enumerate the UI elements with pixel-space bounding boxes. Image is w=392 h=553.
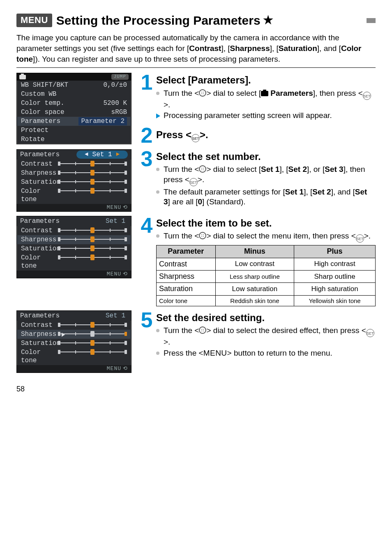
- set-icon: SET: [366, 329, 374, 337]
- step3-bullet-1: Turn the <> dial to select [Set 1], [Set…: [156, 164, 376, 186]
- bullet-icon: [156, 92, 159, 95]
- t: Press <: [156, 129, 191, 140]
- lcd-row: Custom WB: [17, 90, 131, 99]
- step4-title: Select the item to be set.: [156, 217, 376, 229]
- result-arrow-icon: [156, 113, 160, 118]
- set-icon: SET: [191, 134, 200, 142]
- star-icon: ★: [263, 14, 273, 26]
- return-icon: [121, 366, 128, 372]
- lcd-row: ParametersParameter 2: [17, 117, 131, 126]
- lcd-param-row: Contrast: [17, 321, 131, 330]
- lcd-param-row: Color tone: [17, 253, 131, 271]
- set-icon: SET: [356, 234, 364, 243]
- table-cell: Sharp outline: [294, 270, 376, 282]
- dial-icon: [199, 165, 206, 173]
- lcd-param-row: Saturation: [17, 339, 131, 348]
- dial-icon: [199, 326, 206, 334]
- step1-bullet-2: Processing parameter setting screen will…: [156, 111, 376, 121]
- page-title: Setting the Processing Parameters★: [56, 12, 360, 28]
- set-chip: ◄ Set 1 ►: [76, 150, 128, 159]
- table-row: Color toneReddish skin toneYellowish ski…: [157, 295, 376, 306]
- dial-icon: [199, 232, 206, 239]
- t: >.: [200, 129, 208, 140]
- lcd-param-row: Sharpness: [17, 235, 131, 244]
- lcd-row: Color temp.5200 K: [17, 99, 131, 108]
- bullet-icon: [156, 352, 159, 355]
- t: ], then press <: [313, 89, 363, 97]
- jump-badge: JUMP: [111, 74, 129, 80]
- set-label: Set 1: [103, 217, 128, 225]
- step4-bullet-1: Turn the <> dial to select the menu item…: [156, 231, 376, 243]
- set-icon: SET: [189, 178, 198, 186]
- chevron-right-icon: ►: [116, 151, 120, 158]
- lcd-param-row: Saturation: [17, 244, 131, 253]
- lcd-footer: MENU: [17, 271, 131, 278]
- set-chip-label: Set 1: [92, 150, 112, 159]
- t: Parameters: [270, 89, 313, 97]
- table-cell: Sharpness: [157, 270, 216, 282]
- table-cell: Reddish skin tone: [215, 295, 294, 306]
- lcd-param-row: Color tone: [17, 348, 131, 365]
- t: > dial to select [: [206, 89, 261, 97]
- lcd-row: Rotate: [17, 135, 131, 144]
- set-label: Set 1: [103, 312, 128, 320]
- lcd-param-row: Color tone: [17, 187, 131, 204]
- step5-bullet-2: Press the <MENU> button to return to the…: [156, 348, 376, 359]
- chevron-left-icon: ◄: [85, 151, 88, 158]
- lcd-footer: MENU: [17, 204, 131, 211]
- return-icon: [121, 271, 128, 277]
- return-icon: [121, 204, 128, 211]
- step2-title: Press <SET>.: [156, 128, 208, 142]
- lcd-params-item: Parameters Set 1 ContrastSharpnessSatura…: [16, 216, 131, 278]
- bullet-icon: [156, 168, 159, 171]
- lcd-param-row: Contrast: [17, 160, 131, 169]
- table-header: Parameter: [157, 245, 216, 258]
- step-number-1: 1: [139, 73, 154, 92]
- page-number: 58: [16, 384, 376, 394]
- table-header: Minus: [215, 245, 294, 258]
- t: Processing parameter setting screen will…: [164, 111, 376, 121]
- lcd-footer: MENU: [17, 365, 131, 373]
- lcd-param-row: Sharpness: [17, 330, 131, 339]
- step-number-2: 2: [139, 126, 154, 145]
- dial-icon: [199, 89, 206, 97]
- table-cell: Low saturation: [215, 283, 294, 295]
- set-icon: SET: [363, 92, 371, 100]
- table-cell: High contrast: [294, 258, 376, 270]
- table-row: ContrastLow contrastHigh contrast: [157, 258, 376, 270]
- table-cell: Contrast: [157, 258, 216, 270]
- lcd-param-row: Contrast: [17, 226, 131, 235]
- lcd-row: WB SHIFT/BKT0,0/±0: [17, 81, 131, 90]
- table-row: SharpnessLess sharp outlineSharp outline: [157, 270, 376, 282]
- bullet-icon: [156, 234, 159, 238]
- step-number-5: 5: [139, 310, 154, 330]
- lcd-row: Protect: [17, 126, 131, 135]
- section-marker: [367, 18, 376, 23]
- lcd-param-row: Saturation: [17, 178, 131, 187]
- bullet-icon: [156, 329, 159, 332]
- step3-title: Select the set number.: [156, 150, 376, 163]
- bullet-icon: [156, 190, 159, 194]
- intro-paragraph: The image you capture can be processed a…: [16, 32, 376, 64]
- camera-icon: [261, 91, 268, 96]
- table-header: Plus: [294, 245, 376, 258]
- lcd-row: Color spacesRGB: [17, 108, 131, 117]
- table-cell: Saturation: [157, 283, 216, 295]
- lcd-title: Parameters: [20, 217, 60, 225]
- t: >.: [164, 100, 170, 109]
- lcd-title: Parameters: [20, 150, 60, 159]
- step1-title: Select [Parameters].: [156, 74, 376, 86]
- step-number-3: 3: [139, 149, 154, 169]
- divider: [16, 67, 376, 68]
- step1-bullet-1: Turn the <> dial to select [ Parameters]…: [156, 88, 376, 110]
- lcd-params-adjust: Parameters Set 1 ContrastSharpnessSatura…: [16, 310, 131, 373]
- lcd-params-chip: Parameters ◄ Set 1 ► ContrastSharpnessSa…: [16, 149, 131, 212]
- lcd-param-row: Sharpness: [17, 169, 131, 178]
- lcd-title: Parameters: [20, 312, 60, 320]
- page-title-text: Setting the Processing Parameters: [56, 14, 261, 27]
- parameter-table: ParameterMinusPlus ContrastLow contrastH…: [156, 245, 376, 306]
- step5-bullet-1: Turn the <> dial to select the desired e…: [156, 326, 376, 347]
- step3-bullet-2: The default parameter settings for [Set …: [156, 187, 376, 207]
- table-cell: High saturation: [294, 283, 376, 295]
- step5-title: Set the desired setting.: [156, 311, 376, 324]
